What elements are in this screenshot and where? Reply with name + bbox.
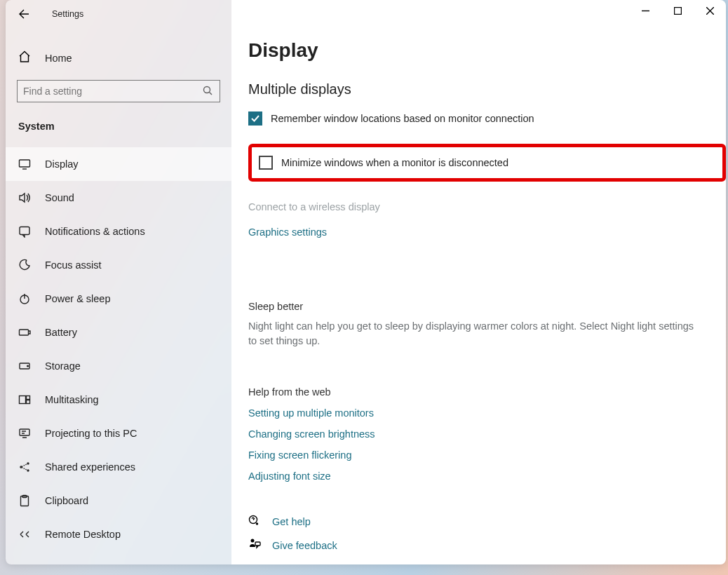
search-input[interactable]: [23, 86, 203, 97]
notifications-icon: [18, 225, 31, 238]
sleep-better-heading: Sleep better: [248, 301, 726, 312]
sidebar-item-projecting[interactable]: Projecting to this PC: [6, 417, 231, 450]
svg-rect-9: [27, 400, 30, 404]
close-window-button[interactable]: [694, 0, 726, 21]
svg-rect-1: [20, 160, 30, 167]
minimize-windows-highlight: Minimize windows when a monitor is disco…: [248, 144, 726, 182]
sidebar-home-label: Home: [45, 53, 72, 64]
sidebar-item-remote-desktop[interactable]: Remote Desktop: [6, 518, 231, 551]
get-help-row[interactable]: Get help: [248, 514, 726, 529]
sidebar-item-storage[interactable]: Storage: [6, 349, 231, 383]
help-link[interactable]: Changing screen brightness: [248, 428, 726, 440]
search-wrap: [6, 72, 231, 102]
help-from-web-heading: Help from the web: [248, 386, 726, 398]
check-icon: [250, 114, 260, 123]
battery-icon: [18, 326, 31, 339]
minimize-icon: [642, 7, 649, 15]
help-link[interactable]: Fixing screen flickering: [248, 449, 726, 461]
sidebar-item-label: Multitasking: [45, 394, 99, 405]
sidebar-item-display[interactable]: Display: [6, 147, 231, 181]
sidebar-item-label: Storage: [45, 360, 81, 372]
svg-rect-10: [20, 429, 29, 435]
sidebar-item-focus-assist[interactable]: Focus assist: [6, 248, 231, 282]
sidebar-item-label: Focus assist: [45, 259, 102, 271]
remember-locations-row: Remember window locations based on monit…: [248, 111, 726, 126]
page-title: Display: [248, 39, 726, 62]
help-link[interactable]: Setting up multiple monitors: [248, 407, 726, 419]
titlebar: Settings: [6, 0, 231, 28]
sidebar-item-power-sleep[interactable]: Power & sleep: [6, 282, 231, 316]
svg-rect-16: [674, 7, 681, 14]
multitasking-icon: [18, 393, 31, 406]
sidebar-item-label: Projecting to this PC: [45, 428, 137, 439]
display-icon: [18, 158, 31, 170]
storage-icon: [18, 360, 31, 372]
connect-wireless-display-link: Connect to a wireless display: [248, 201, 726, 212]
svg-point-12: [27, 463, 29, 464]
svg-rect-7: [20, 396, 26, 404]
minimize-window-button[interactable]: [629, 0, 661, 21]
back-arrow-icon: [18, 8, 29, 20]
remember-locations-checkbox[interactable]: [248, 111, 262, 126]
footer-links: Get help Give feedback: [248, 514, 726, 562]
svg-point-19: [251, 539, 255, 543]
get-help-link[interactable]: Get help: [272, 516, 311, 527]
help-links: Setting up multiple monitors Changing sc…: [248, 398, 726, 482]
help-link[interactable]: Adjusting font size: [248, 471, 726, 482]
sidebar-item-notifications[interactable]: Notifications & actions: [6, 215, 231, 248]
svg-rect-2: [20, 227, 29, 235]
sidebar-home[interactable]: Home: [6, 45, 231, 72]
multiple-displays-heading: Multiple displays: [248, 81, 726, 97]
sleep-better-text: Night light can help you get to sleep by…: [248, 319, 697, 349]
maximize-icon: [674, 7, 682, 15]
sidebar-category: System: [6, 102, 231, 132]
get-help-icon: [248, 514, 261, 529]
svg-rect-8: [27, 396, 30, 400]
remember-locations-label: Remember window locations based on monit…: [271, 113, 534, 124]
settings-window: Settings Home System Display: [6, 0, 726, 564]
sidebar: Settings Home System Display: [6, 0, 231, 564]
give-feedback-link[interactable]: Give feedback: [272, 540, 337, 551]
close-icon: [706, 7, 714, 15]
sound-icon: [18, 191, 31, 204]
give-feedback-row[interactable]: Give feedback: [248, 538, 726, 553]
sidebar-item-shared-experiences[interactable]: Shared experiences: [6, 450, 231, 484]
sidebar-item-label: Remote Desktop: [45, 529, 121, 540]
sidebar-item-label: Sound: [45, 192, 74, 203]
sidebar-item-battery[interactable]: Battery: [6, 316, 231, 349]
back-button[interactable]: [11, 1, 36, 27]
sidebar-item-label: Power & sleep: [45, 293, 111, 304]
remote-desktop-icon: [18, 528, 31, 541]
sidebar-item-label: Battery: [45, 327, 77, 338]
sidebar-item-label: Clipboard: [45, 495, 88, 506]
home-icon: [18, 50, 31, 66]
svg-point-18: [257, 523, 258, 525]
svg-point-11: [20, 466, 22, 468]
svg-point-13: [27, 470, 29, 471]
app-title: Settings: [52, 9, 83, 19]
svg-point-6: [27, 365, 29, 367]
sidebar-nav: Display Sound Notifications & actions Fo…: [6, 147, 231, 551]
sidebar-item-label: Display: [45, 158, 79, 170]
svg-rect-20: [255, 542, 260, 546]
main-panel: Display Multiple displays Remember windo…: [231, 0, 726, 564]
search-box[interactable]: [17, 80, 220, 102]
clipboard-icon: [18, 494, 31, 507]
sidebar-item-label: Notifications & actions: [45, 226, 145, 237]
power-icon: [18, 292, 31, 305]
svg-rect-4: [20, 330, 29, 335]
sidebar-item-clipboard[interactable]: Clipboard: [6, 484, 231, 518]
sidebar-item-multitasking[interactable]: Multitasking: [6, 383, 231, 417]
sidebar-item-sound[interactable]: Sound: [6, 181, 231, 215]
feedback-icon: [248, 538, 261, 553]
window-buttons: [629, 0, 726, 21]
shared-icon: [18, 461, 31, 473]
sidebar-item-label: Shared experiences: [45, 461, 135, 473]
graphics-settings-link[interactable]: Graphics settings: [248, 226, 726, 238]
minimize-windows-checkbox[interactable]: [259, 156, 273, 170]
focus-assist-icon: [18, 259, 31, 271]
projecting-icon: [18, 427, 31, 440]
search-icon: [203, 86, 214, 97]
maximize-window-button[interactable]: [661, 0, 694, 21]
svg-point-0: [204, 87, 210, 93]
